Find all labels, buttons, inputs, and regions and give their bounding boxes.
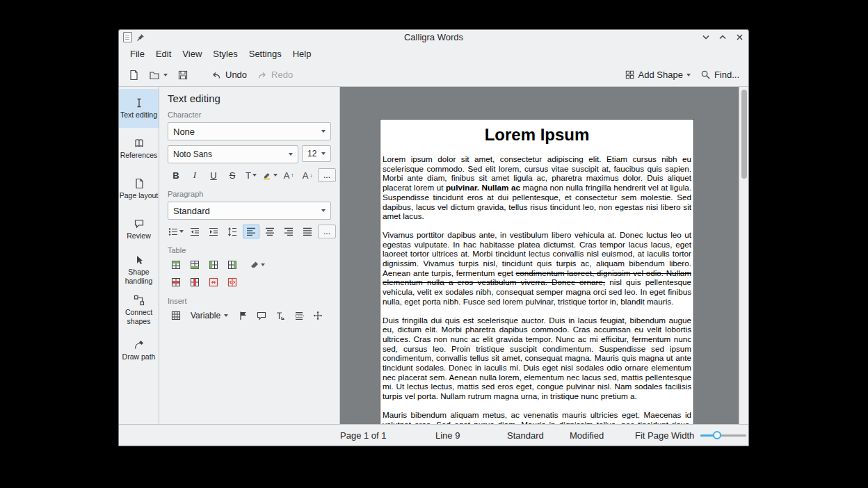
search-icon	[700, 70, 711, 80]
move-arrows-icon	[313, 311, 323, 320]
align-left-button[interactable]	[243, 225, 259, 238]
insert-row-above-button[interactable]	[168, 258, 184, 272]
text-cursor-icon	[134, 97, 145, 108]
bold-button[interactable]: B	[168, 168, 184, 182]
menu-edit[interactable]: Edit	[150, 46, 177, 62]
undo-button[interactable]: Undo	[207, 67, 250, 83]
zoom-slider[interactable]	[700, 425, 746, 446]
anchor-move-button[interactable]	[310, 309, 326, 323]
merge-cells-button[interactable]	[205, 275, 222, 289]
new-document-button[interactable]	[124, 67, 143, 83]
insert-comment-button[interactable]	[253, 309, 270, 323]
zoom-mode-button[interactable]: Fit Page Width	[635, 430, 694, 441]
paragraph-style-select[interactable]: Standard	[168, 202, 331, 220]
menu-help[interactable]: Help	[287, 46, 317, 62]
open-document-button[interactable]	[145, 67, 171, 83]
highlight-color-button[interactable]	[262, 168, 278, 182]
insert-row-above-icon	[171, 260, 181, 270]
document-page[interactable]: Lorem Ipsum Lorem ipsum dolor sit amet, …	[380, 119, 694, 424]
save-button[interactable]	[174, 67, 192, 83]
document-paragraph[interactable]: Mauris bibendum aliquam metus, ac venena…	[383, 410, 691, 424]
zoom-slider-handle[interactable]	[713, 431, 721, 439]
italic-button[interactable]: I	[186, 168, 203, 182]
modified-indicator: Modified	[570, 430, 604, 441]
line-spacing-button[interactable]	[224, 225, 241, 238]
insert-column-right-button[interactable]	[224, 258, 241, 272]
character-format-row: B I U S T A↑ A↓ ...	[168, 168, 331, 182]
bullet-list-icon	[168, 227, 178, 236]
pen-path-icon	[134, 339, 145, 350]
save-icon	[177, 70, 188, 81]
align-right-icon	[284, 227, 294, 236]
chevron-down-icon	[252, 174, 257, 177]
delete-column-icon	[190, 277, 200, 287]
insert-variable-button[interactable]: Variable	[186, 309, 232, 322]
line-spacing-icon	[227, 227, 237, 236]
list-style-button[interactable]	[168, 225, 184, 238]
tab-review[interactable]: Review	[119, 210, 159, 249]
titlebar[interactable]: Calligra Words	[119, 30, 748, 44]
superscript-button[interactable]: A↑	[280, 168, 297, 182]
page-icon	[134, 178, 145, 189]
scrollbar-thumb[interactable]	[741, 90, 747, 179]
insert-column-right-icon	[227, 260, 237, 270]
menu-settings[interactable]: Settings	[243, 46, 287, 62]
chevron-down-icon	[163, 74, 168, 76]
document-canvas[interactable]: Lorem Ipsum Lorem ipsum dolor sit amet, …	[340, 87, 748, 424]
decrease-indent-button[interactable]	[186, 225, 203, 238]
close-button[interactable]	[734, 33, 744, 42]
vertical-scrollbar[interactable]	[739, 87, 748, 424]
insert-column-left-button[interactable]	[205, 258, 222, 272]
tab-references[interactable]: References	[119, 129, 159, 168]
insert-table-button[interactable]	[168, 309, 184, 323]
menu-styles[interactable]: Styles	[207, 46, 243, 62]
tab-draw-path[interactable]: Draw path	[119, 331, 159, 370]
text-color-button[interactable]: T	[243, 168, 259, 182]
app-window: Calligra Words File Edit View Styles Set…	[118, 29, 749, 446]
split-cells-button[interactable]	[224, 275, 241, 289]
tab-text-editing[interactable]: Text editing	[119, 89, 159, 128]
document-paragraph[interactable]: Duis fringilla dui quis est scelerisque …	[383, 316, 691, 401]
delete-row-button[interactable]	[168, 275, 184, 289]
strikethrough-button[interactable]: S	[224, 168, 241, 182]
tab-page-layout[interactable]: Page layout	[119, 170, 159, 209]
more-character-options-button[interactable]: ...	[318, 168, 336, 182]
menu-view[interactable]: View	[177, 46, 207, 62]
tab-shape-handling[interactable]: Shape handling	[119, 250, 159, 289]
font-size-select[interactable]: 12	[302, 145, 331, 162]
increase-indent-button[interactable]	[205, 225, 222, 238]
underline-button[interactable]: U	[205, 168, 222, 182]
font-family-select[interactable]: Noto Sans	[168, 145, 298, 163]
find-button[interactable]: Find...	[697, 67, 743, 83]
document-title[interactable]: Lorem Ipsum	[383, 125, 691, 145]
document-paragraph[interactable]: Lorem ipsum dolor sit amet, consectetur …	[383, 154, 691, 221]
menu-file[interactable]: File	[124, 46, 150, 62]
character-style-select[interactable]: None	[168, 122, 331, 140]
document-paragraph[interactable]: Vivamus porttitor dapibus ante, in vesti…	[383, 230, 691, 307]
bookmark-button[interactable]	[234, 309, 251, 323]
new-document-icon	[128, 70, 139, 81]
comment-bubble-icon	[134, 218, 145, 229]
align-justify-button[interactable]	[299, 225, 316, 238]
document-body[interactable]: Lorem ipsum dolor sit amet, consectetur …	[383, 154, 691, 424]
redo-button[interactable]: Redo	[253, 67, 296, 83]
add-shape-button[interactable]: Add Shape	[621, 67, 694, 83]
minimize-button[interactable]	[701, 33, 711, 42]
border-eraser-button[interactable]	[249, 258, 266, 272]
maximize-button[interactable]	[718, 33, 728, 42]
add-shape-label: Add Shape	[638, 70, 683, 80]
table-section-label: Table	[168, 246, 331, 254]
align-right-button[interactable]	[280, 225, 297, 238]
insert-page-break-button[interactable]	[291, 309, 307, 323]
insert-footnote-button[interactable]	[272, 309, 289, 323]
delete-column-button[interactable]	[186, 275, 203, 289]
footnote-icon	[275, 311, 285, 320]
insert-row-below-button[interactable]	[186, 258, 203, 272]
more-paragraph-options-button[interactable]: ...	[318, 225, 336, 238]
split-cells-icon	[227, 277, 237, 287]
chevron-down-icon	[179, 230, 184, 233]
page-indicator: Page 1 of 1	[340, 430, 387, 441]
align-center-button[interactable]	[262, 225, 278, 238]
subscript-button[interactable]: A↓	[299, 168, 316, 182]
tab-connect-shapes[interactable]: Connect shapes	[119, 291, 159, 330]
